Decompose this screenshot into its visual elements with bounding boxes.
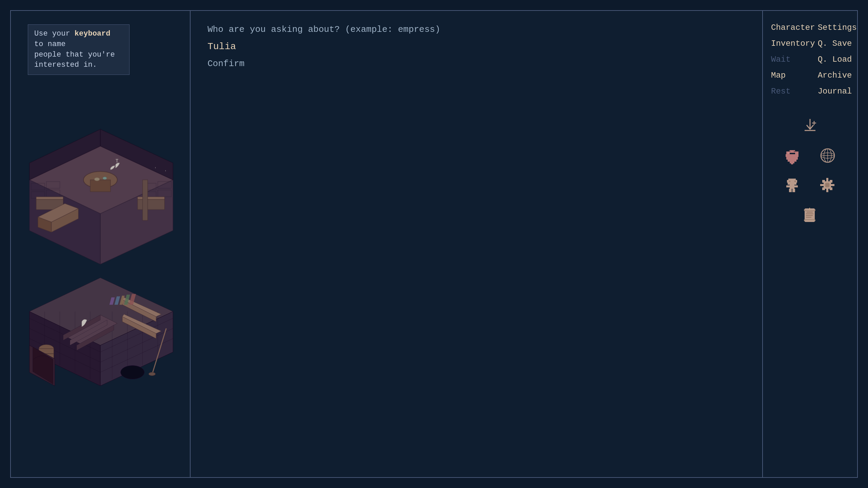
heart-icon[interactable] [782,145,803,166]
svg-rect-19 [138,199,165,209]
svg-rect-78 [786,157,798,160]
nav-menu-grid: Character Settings Inventory Q. Save Wai… [770,21,850,98]
svg-rect-99 [794,181,796,182]
svg-rect-94 [786,185,790,187]
query-text-input[interactable] [208,41,745,52]
svg-rect-102 [820,184,824,186]
svg-rect-95 [794,185,798,187]
icon-row-scroll [799,204,821,226]
svg-rect-23 [143,180,148,221]
svg-rect-16 [36,197,63,200]
svg-rect-76 [795,151,798,154]
save-icon[interactable] [799,115,821,137]
svg-rect-118 [806,215,813,216]
svg-rect-93 [790,185,794,189]
svg-text:': ' [154,167,156,170]
svg-rect-79 [788,160,796,162]
nav-item-archive[interactable]: Archive [816,69,858,82]
svg-rect-101 [826,189,828,192]
svg-rect-96 [789,189,792,192]
nav-item-inventory[interactable]: Inventory [770,37,816,50]
nav-item-wait: Wait [770,53,816,66]
svg-rect-97 [792,189,795,192]
svg-rect-103 [831,184,834,186]
globe-icon[interactable] [817,145,839,166]
svg-rect-80 [790,162,794,163]
svg-rect-77 [786,154,798,157]
icon-row-char-star [782,175,839,196]
tooltip-suffix: to namepeople that you're interested in. [34,40,115,69]
scroll-icon[interactable] [799,204,821,226]
svg-point-25 [103,177,107,180]
svg-text:T: T [116,158,119,163]
star-icon[interactable] [817,175,839,196]
svg-point-68 [121,366,144,379]
svg-rect-18 [138,197,165,200]
nav-item-rest: Rest [770,85,816,98]
svg-rect-120 [809,208,810,210]
svg-rect-110 [825,183,830,187]
game-view-panel: Use your keyboard to namepeople that you… [11,11,191,477]
nav-item-map[interactable]: Map [770,69,816,82]
svg-rect-117 [806,214,813,214]
tooltip-prefix: Use your [34,29,75,38]
confirm-button[interactable]: Confirm [208,59,745,69]
game-icons-section [770,115,850,226]
game-window: Use your keyboard to namepeople that you… [10,10,858,478]
svg-rect-84 [788,152,790,154]
keyboard-tooltip: Use your keyboard to namepeople that you… [28,24,130,75]
nav-item-settings[interactable]: Settings [816,21,858,34]
svg-rect-83 [794,151,795,152]
tooltip-keyword: keyboard [75,29,111,38]
svg-point-67 [149,372,155,376]
svg-rect-116 [807,212,813,212]
query-panel: Who are you asking about? (example: empr… [191,11,762,477]
nav-item-character[interactable]: Character [770,21,816,34]
query-prompt-text: Who are you asking about? (example: empr… [208,24,745,35]
svg-rect-90 [788,179,796,180]
svg-point-24 [94,178,100,181]
icon-row-save [799,115,821,137]
svg-text:': ' [164,170,166,174]
svg-rect-92 [788,183,796,185]
icon-row-heart-globe [782,145,839,166]
nav-item-journal[interactable]: Journal [816,85,858,98]
nav-panel: Character Settings Inventory Q. Save Wai… [762,11,857,477]
svg-rect-115 [805,220,815,222]
svg-rect-100 [826,178,828,181]
nav-item-qload[interactable]: Q. Load [816,53,858,66]
character-icon[interactable] [782,175,803,196]
svg-rect-82 [789,151,790,152]
svg-rect-98 [789,181,790,182]
svg-rect-81 [791,163,793,164]
svg-rect-119 [806,217,811,218]
svg-rect-15 [90,180,111,192]
isometric-game-art: T ' ' [11,11,190,477]
nav-item-qsave[interactable]: Q. Save [816,37,858,50]
